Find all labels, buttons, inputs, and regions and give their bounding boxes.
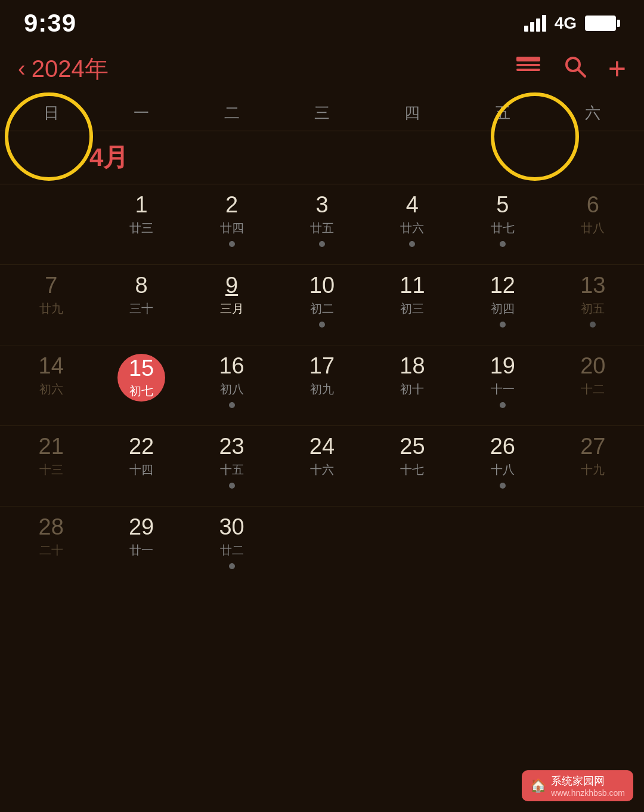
- watermark-text: 系统家园网 www.hnzkhbsb.com: [551, 774, 625, 798]
- calendar-day-empty4: [457, 507, 547, 587]
- calendar-day-apr15[interactable]: 15 初七: [96, 345, 186, 425]
- calendar-day-apr5[interactable]: 5 廿七: [457, 184, 547, 264]
- event-dot: [229, 402, 235, 408]
- calendar-day-apr1[interactable]: 1 廿三: [96, 184, 186, 264]
- calendar-day-apr7[interactable]: 7 廿九: [6, 265, 96, 345]
- add-button[interactable]: +: [608, 53, 626, 84]
- calendar-day-apr20[interactable]: 20 十二: [548, 345, 638, 425]
- weekday-sun: 日: [6, 95, 96, 131]
- event-dot: [229, 563, 235, 569]
- event-dot: [319, 322, 325, 328]
- calendar-day-apr14[interactable]: 14 初六: [6, 345, 96, 425]
- svg-rect-2: [516, 69, 540, 71]
- svg-line-4: [578, 69, 585, 76]
- signal-bar-1: [524, 26, 528, 32]
- calendar-day-apr23[interactable]: 23 十五: [187, 426, 277, 506]
- event-dot: [500, 402, 506, 408]
- calendar-day-apr9[interactable]: 9 三月: [187, 265, 277, 345]
- event-dot: [590, 322, 596, 328]
- event-dot: [500, 322, 506, 328]
- event-dot: [500, 241, 506, 247]
- signal-bars: [524, 15, 546, 32]
- header-right: +: [515, 53, 626, 84]
- list-icon[interactable]: [515, 55, 541, 82]
- calendar-day-apr16[interactable]: 16 初八: [187, 345, 277, 425]
- calendar-day-apr3[interactable]: 3 廿五: [277, 184, 367, 264]
- svg-rect-0: [516, 57, 540, 61]
- header: ‹ 2024年 +: [0, 42, 644, 95]
- network-type: 4G: [555, 14, 577, 33]
- weekday-fri: 五: [457, 95, 547, 131]
- calendar-day-apr22[interactable]: 22 十四: [96, 426, 186, 506]
- calendar-day-apr10[interactable]: 10 初二: [277, 265, 367, 345]
- calendar-day-apr8[interactable]: 8 三十: [96, 265, 186, 345]
- back-button[interactable]: ‹: [18, 56, 26, 82]
- status-time: 9:39: [24, 9, 76, 38]
- watermark-icon: 🏠: [530, 778, 546, 794]
- calendar-day-apr18[interactable]: 18 初十: [367, 345, 457, 425]
- year-title: 2024年: [32, 53, 109, 85]
- battery-body: [585, 16, 616, 31]
- event-dot: [229, 483, 235, 489]
- weekday-header: 日 一 二 三 四 五 六: [0, 95, 644, 131]
- calendar-day-empty5: [548, 507, 638, 587]
- calendar-day-apr12[interactable]: 12 初四: [457, 265, 547, 345]
- weekday-thu: 四: [367, 95, 457, 131]
- calendar-day-apr4[interactable]: 4 廿六: [367, 184, 457, 264]
- battery-tip: [617, 20, 620, 27]
- calendar-day-empty3: [367, 507, 457, 587]
- calendar-week-5: 28 二十 29 廿一 30 廿二: [0, 507, 644, 587]
- signal-bar-4: [542, 15, 546, 32]
- signal-bar-2: [530, 22, 534, 32]
- watermark: 🏠 系统家园网 www.hnzkhbsb.com: [522, 770, 633, 801]
- calendar-week-4: 21 十三 22 十四 23 十五 24 十六 25 十七 26 十八 27 十…: [0, 426, 644, 507]
- calendar-day-apr13[interactable]: 13 初五: [548, 265, 638, 345]
- signal-bar-3: [536, 18, 540, 32]
- header-left: ‹ 2024年: [18, 53, 109, 85]
- month-label: 4月: [0, 131, 644, 184]
- calendar-grid: 1 廿三 2 廿四 3 廿五 4 廿六 5 廿七 6 廿八: [0, 184, 644, 587]
- calendar-day-apr11[interactable]: 11 初三: [367, 265, 457, 345]
- calendar-day-apr28[interactable]: 28 二十: [6, 507, 96, 587]
- calendar-day-apr25[interactable]: 25 十七: [367, 426, 457, 506]
- calendar-week-1: 1 廿三 2 廿四 3 廿五 4 廿六 5 廿七 6 廿八: [0, 184, 644, 265]
- search-icon[interactable]: [563, 54, 587, 84]
- calendar-day-apr29[interactable]: 29 廿一: [96, 507, 186, 587]
- calendar-day-apr6[interactable]: 6 廿八: [548, 184, 638, 264]
- status-right: 4G: [524, 14, 620, 33]
- watermark-site: www.hnzkhbsb.com: [551, 788, 625, 798]
- status-bar: 9:39 4G: [0, 0, 644, 42]
- calendar-day-apr26[interactable]: 26 十八: [457, 426, 547, 506]
- calendar-week-3: 14 初六 15 初七 16 初八 17 初九 18 初十 19 十一: [0, 345, 644, 426]
- calendar-day-apr19[interactable]: 19 十一: [457, 345, 547, 425]
- weekday-tue: 二: [187, 95, 277, 131]
- calendar-day-empty2: [277, 507, 367, 587]
- svg-rect-1: [516, 64, 540, 66]
- weekday-mon: 一: [96, 95, 186, 131]
- event-dot: [319, 241, 325, 247]
- event-dot: [500, 483, 506, 489]
- weekday-wed: 三: [277, 95, 367, 131]
- battery: [585, 16, 620, 31]
- calendar-day-apr21[interactable]: 21 十三: [6, 426, 96, 506]
- watermark-label: 系统家园网: [551, 774, 625, 788]
- calendar-day-empty: [6, 184, 96, 264]
- calendar-day-apr24[interactable]: 24 十六: [277, 426, 367, 506]
- weekday-sat: 六: [548, 95, 638, 131]
- calendar-day-apr17[interactable]: 17 初九: [277, 345, 367, 425]
- calendar-day-apr2[interactable]: 2 廿四: [187, 184, 277, 264]
- today-indicator: 15 初七: [117, 354, 165, 402]
- calendar-day-apr27[interactable]: 27 十九: [548, 426, 638, 506]
- event-dot: [409, 241, 415, 247]
- calendar-day-apr30[interactable]: 30 廿二: [187, 507, 277, 587]
- calendar-week-2: 7 廿九 8 三十 9 三月 10 初二 11 初三 12 初四 13 初五: [0, 265, 644, 345]
- event-dot: [229, 241, 235, 247]
